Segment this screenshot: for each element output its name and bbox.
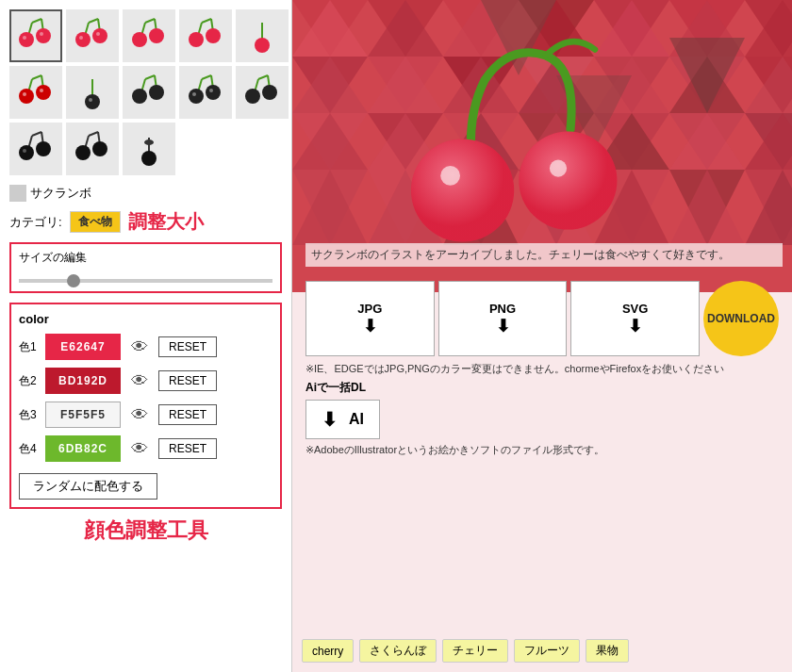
reset-btn-2[interactable]: RESET bbox=[158, 370, 217, 391]
color-swatch-3[interactable]: F5F5F5 bbox=[45, 402, 121, 428]
icon-cell-4[interactable] bbox=[179, 9, 232, 62]
svg-line-60 bbox=[89, 132, 98, 136]
svg-line-20 bbox=[202, 19, 211, 23]
icon-cell-10[interactable] bbox=[236, 66, 289, 119]
icon-cell-3[interactable] bbox=[123, 9, 175, 62]
color-swatch-1[interactable]: E62647 bbox=[45, 334, 121, 360]
tag-row: cherry さくらんぼ チェリー フルーツ 果物 bbox=[302, 639, 629, 663]
svg-download-button[interactable]: SVG ⬇ bbox=[570, 281, 700, 356]
svg-line-1 bbox=[32, 19, 41, 23]
icon-grid bbox=[9, 9, 282, 175]
category-badge[interactable]: 食べ物 bbox=[70, 211, 121, 233]
tag-cherry-ja[interactable]: チェリー bbox=[442, 639, 508, 663]
svg-point-46 bbox=[192, 92, 196, 96]
icon-cell-5[interactable] bbox=[236, 9, 289, 62]
icon-cell-6[interactable] bbox=[9, 66, 62, 119]
color-swatch-2[interactable]: BD192D bbox=[45, 368, 121, 394]
svg-point-39 bbox=[132, 89, 147, 104]
cherry-illustration bbox=[387, 19, 651, 264]
svg-point-11 bbox=[92, 28, 107, 43]
svg-point-29 bbox=[19, 89, 34, 104]
svg-point-18 bbox=[149, 28, 164, 43]
color-swatch-4[interactable]: 6DB82C bbox=[45, 435, 121, 462]
svg-point-31 bbox=[23, 92, 26, 96]
png-download-button[interactable]: PNG ⬇ bbox=[438, 281, 568, 356]
category-row: カテゴリ: 食べ物 調整大小 bbox=[9, 209, 282, 235]
color-panel-title: color bbox=[19, 312, 272, 326]
color-row-3: 色3 F5F5F5 👁 RESET bbox=[19, 402, 272, 428]
jpg-download-button[interactable]: JPG ⬇ bbox=[305, 281, 435, 356]
size-editor-box: サイズの編集 bbox=[9, 242, 282, 293]
svg-point-23 bbox=[206, 28, 221, 43]
eye-btn-1[interactable]: 👁 bbox=[126, 334, 153, 360]
color-panel: color 色1 E62647 👁 RESET 色2 BD192D 👁 RESE… bbox=[9, 303, 282, 509]
svg-point-56 bbox=[19, 145, 34, 160]
label-dot bbox=[9, 185, 26, 202]
size-slider[interactable] bbox=[19, 279, 272, 283]
svg-point-44 bbox=[189, 89, 204, 104]
adjust-label: 調整大小 bbox=[128, 209, 204, 235]
color-num-1: 色1 bbox=[19, 339, 40, 355]
svg-line-42 bbox=[202, 75, 211, 79]
right-panel: サクランボのイラストをアーカイブしました。チェリーは食べやすくて好きです。 JP… bbox=[292, 0, 792, 672]
left-panel: サクランボ カテゴリ: 食べ物 調整大小 サイズの編集 color 色1 E62… bbox=[0, 0, 292, 672]
tag-sakuranbo[interactable]: さくらんぼ bbox=[359, 639, 437, 663]
icon-label-row: サクランボ bbox=[9, 185, 282, 202]
svg-line-27 bbox=[32, 75, 41, 79]
svg-point-133 bbox=[550, 160, 567, 177]
eye-btn-2[interactable]: 👁 bbox=[126, 368, 153, 394]
size-editor-label: サイズの編集 bbox=[19, 250, 272, 266]
eye-btn-4[interactable]: 👁 bbox=[126, 435, 153, 462]
random-color-button[interactable]: ランダムに配色する bbox=[19, 473, 157, 500]
reset-btn-4[interactable]: RESET bbox=[158, 438, 217, 459]
ai-dl-label: Aiで一括DL bbox=[305, 380, 779, 396]
icon-cell-1[interactable] bbox=[9, 9, 62, 62]
svg-point-47 bbox=[209, 89, 213, 92]
color-row-4: 色4 6DB82C 👁 RESET bbox=[19, 435, 272, 462]
svg-point-22 bbox=[189, 32, 204, 47]
svg-point-4 bbox=[36, 28, 51, 43]
icon-cell-12[interactable] bbox=[66, 123, 119, 175]
icon-cell-9[interactable] bbox=[179, 66, 232, 119]
svg-point-34 bbox=[85, 94, 100, 109]
svg-point-25 bbox=[255, 38, 270, 53]
color-num-2: 色2 bbox=[19, 373, 40, 389]
icon-cell-7[interactable] bbox=[66, 66, 119, 119]
tag-cherry-en[interactable]: cherry bbox=[302, 639, 354, 663]
download-arrow-svg: ⬇ bbox=[575, 316, 695, 336]
svg-point-130 bbox=[440, 166, 460, 186]
icon-cell-2[interactable] bbox=[66, 9, 119, 62]
download-arrow-png: ⬇ bbox=[443, 316, 563, 336]
category-label: カテゴリ: bbox=[9, 214, 62, 231]
color-num-4: 色4 bbox=[19, 441, 40, 457]
icon-cell-13[interactable] bbox=[123, 123, 175, 175]
reset-btn-3[interactable]: RESET bbox=[158, 404, 217, 425]
svg-line-15 bbox=[145, 19, 155, 23]
icon-cell-8[interactable] bbox=[123, 66, 175, 119]
icon-label-text: サクランボ bbox=[30, 185, 91, 202]
tag-fruits[interactable]: フルーツ bbox=[514, 639, 580, 663]
download-section: JPG ⬇ PNG ⬇ SVG ⬇ DOWNLOAD ※IE、EDGEではJPG… bbox=[305, 281, 779, 461]
description-text: サクランボのイラストをアーカイブしました。チェリーは食べやすくて好きです。 bbox=[305, 243, 783, 267]
svg-point-3 bbox=[19, 32, 34, 47]
svg-point-12 bbox=[79, 36, 83, 40]
ai-note-text: ※AdobeのIllustratorというお絵かきソフトのファイル形式です。 bbox=[305, 443, 779, 457]
svg-line-54 bbox=[32, 132, 41, 136]
main-download-button[interactable]: DOWNLOAD bbox=[703, 281, 779, 356]
svg-point-35 bbox=[89, 98, 92, 102]
eye-btn-3[interactable]: 👁 bbox=[126, 402, 153, 428]
svg-point-5 bbox=[23, 36, 26, 40]
svg-point-6 bbox=[40, 32, 43, 36]
svg-point-57 bbox=[36, 141, 51, 156]
icon-cell-11[interactable] bbox=[9, 123, 62, 175]
svg-line-8 bbox=[89, 19, 98, 23]
tag-kudamono[interactable]: 果物 bbox=[586, 639, 629, 663]
svg-point-40 bbox=[149, 85, 164, 100]
svg-point-63 bbox=[92, 141, 107, 156]
svg-point-13 bbox=[96, 32, 100, 36]
ai-download-button[interactable]: ⬇ AI bbox=[305, 400, 380, 439]
download-arrow-jpg: ⬇ bbox=[310, 316, 430, 336]
svg-point-51 bbox=[245, 89, 260, 104]
reset-btn-1[interactable]: RESET bbox=[158, 336, 217, 357]
svg-point-17 bbox=[132, 32, 147, 47]
